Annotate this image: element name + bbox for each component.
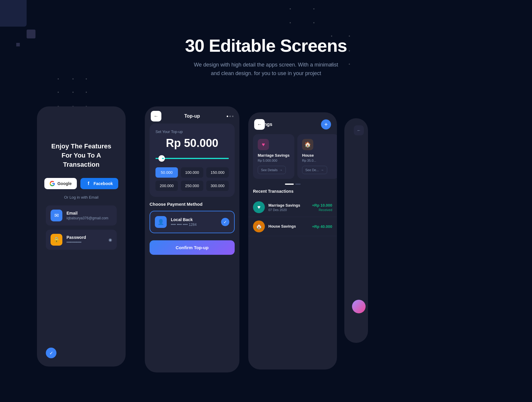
facebook-icon: f [86, 181, 91, 186]
amount-btn-100[interactable]: 100.000 [181, 167, 203, 178]
scatter-dot [290, 22, 291, 23]
trans-info-marriage: Marriage Savings 07 Des 2020 [268, 203, 309, 212]
house-name: House [302, 153, 334, 158]
marriage-icon: ♥ [258, 139, 269, 150]
see-details-label: See Details [261, 168, 278, 172]
password-icon: 🔒 [51, 234, 62, 246]
payment-name: Local Back [171, 217, 217, 222]
payment-number: •••• •••• •••• 1284 [171, 223, 217, 227]
facebook-label: Facebook [93, 181, 113, 186]
scatter-dot [313, 8, 314, 9]
transaction-item-marriage: ♥ Marriage Savings 07 Des 2020 +Rp 10.00… [248, 198, 337, 217]
house-amount: Rp 35.0... [302, 159, 334, 162]
topup-btn-area: Confirm Top-up [150, 240, 235, 255]
scatter-dot [86, 92, 87, 93]
amount-btn-250[interactable]: 250.000 [181, 181, 203, 191]
payment-method-item[interactable]: 👤 Local Back •••• •••• •••• 1284 ✓ [150, 211, 235, 233]
arrow-right-icon: → [279, 168, 283, 172]
email-value: iqbalsurya376@gmail.com [66, 216, 108, 220]
amount-btn-300[interactable]: 300.000 [206, 181, 229, 191]
facebook-button[interactable]: f Facebook [80, 178, 118, 189]
phone-savings: ← Savings + ♥ Marriage Savings Rp 5.000.… [248, 112, 337, 369]
header: 30 Editable Screens We design with high … [0, 35, 532, 78]
trans-status-marriage: Received [312, 208, 332, 212]
deco-rect-1 [0, 0, 27, 27]
trans-amount-house: +Rp 40.000 [312, 224, 332, 229]
prog-dot-2 [295, 184, 301, 185]
check-circle: ✓ [46, 348, 56, 358]
or-divider: Or Log in with Email [46, 195, 117, 200]
email-label: Email [66, 211, 108, 215]
topup-amount-section: Set Your Top-up Rp 50.000 50.000 100.000… [150, 124, 235, 197]
payment-check-icon: ✓ [221, 218, 229, 226]
see-details-label-2: See De... [305, 168, 319, 172]
email-icon: ✉ [51, 210, 62, 221]
marriage-see-details-button[interactable]: See Details → [258, 166, 286, 174]
amount-btn-50[interactable]: 50.000 [155, 167, 178, 178]
password-label: Password [66, 235, 86, 240]
amount-btn-150[interactable]: 150.000 [206, 167, 229, 178]
house-see-details-button[interactable]: See De... → [302, 166, 327, 174]
dots-indicator [227, 116, 233, 117]
trans-amount-marriage: +Rp 10.000 Received [312, 203, 332, 212]
slider-dashes [162, 158, 229, 159]
prog-dot-1 [285, 184, 294, 185]
google-label: Google [57, 181, 72, 186]
scatter-dot [290, 8, 291, 9]
payment-method-title: Choose Payment Method [150, 202, 235, 207]
trans-info-house: House Savings [268, 224, 309, 229]
far-right-back-button[interactable]: ← [354, 125, 364, 135]
google-button[interactable]: Google [44, 178, 77, 189]
savings-header: ← Savings + [248, 112, 337, 134]
phone-login: Enjoy The Features For You To A Transact… [37, 106, 126, 367]
scatter-dot [58, 92, 59, 93]
trans-icon-house: 🏠 [253, 221, 265, 232]
payment-info: Local Back •••• •••• •••• 1284 [171, 217, 217, 227]
savings-card-marriage: ♥ Marriage Savings Rp 5.000.000 See Deta… [253, 134, 294, 179]
topup-slider[interactable] [155, 155, 229, 161]
set-topup-label: Set Your Top-up [155, 129, 229, 134]
savings-add-button[interactable]: + [321, 119, 331, 129]
topup-back-button[interactable]: ← [151, 111, 161, 121]
dot-3 [232, 116, 233, 117]
trans-date-marriage: 07 Des 2020 [268, 208, 309, 212]
house-icon: 🏠 [302, 139, 313, 150]
scatter-dot [72, 92, 74, 93]
login-content: Enjoy The Features For You To A Transact… [46, 124, 117, 254]
marriage-amount: Rp 5.000.000 [258, 159, 290, 162]
scatter-dot [313, 22, 314, 23]
trans-amount-value-marriage: +Rp 10.000 [312, 203, 332, 208]
page-title: 30 Editable Screens [0, 35, 532, 56]
arrow-right-icon-2: → [321, 168, 324, 172]
phone-far-right: ← [344, 118, 368, 343]
savings-back-button[interactable]: ← [254, 119, 265, 130]
google-icon [50, 181, 55, 186]
topup-amount: Rp 50.000 [155, 137, 229, 150]
trans-amount-value-house: +Rp 40.000 [312, 224, 332, 229]
amount-grid: 50.000 100.000 150.000 200.000 250.000 3… [155, 167, 229, 191]
trans-name-house: House Savings [268, 224, 309, 228]
password-value: •••••••••••• [66, 240, 86, 244]
far-right-avatar [352, 300, 366, 313]
topup-title: Top-up [184, 114, 200, 119]
savings-cards-row: ♥ Marriage Savings Rp 5.000.000 See Deta… [248, 134, 337, 179]
password-field[interactable]: 🔒 Password •••••••••••• ◉ [46, 230, 117, 250]
dot-2 [229, 116, 231, 117]
trans-icon-marriage: ♥ [253, 201, 265, 213]
email-field[interactable]: ✉ Email iqbalsurya376@gmail.com [46, 205, 117, 226]
password-text: Password •••••••••••• [66, 235, 86, 244]
page-subtitle: We design with high detail the apps scre… [192, 61, 340, 78]
scatter-dot [72, 78, 74, 80]
marriage-name: Marriage Savings [258, 153, 290, 158]
progress-dots [248, 184, 337, 185]
topup-header: ← Top-up [145, 106, 239, 124]
scatter-dot [86, 78, 87, 80]
payment-icon: 👤 [155, 216, 167, 228]
transaction-item-house: 🏠 House Savings +Rp 40.000 [248, 217, 337, 236]
amount-btn-200[interactable]: 200.000 [155, 181, 178, 191]
email-text: Email iqbalsurya376@gmail.com [66, 211, 108, 220]
savings-card-house: 🏠 House Rp 35.0... See De... → [297, 134, 337, 179]
enjoy-title: Enjoy The Features For You To A Transact… [46, 142, 117, 169]
trans-name-marriage: Marriage Savings [268, 203, 309, 208]
topup-confirm-button[interactable]: Confirm Top-up [150, 240, 235, 255]
